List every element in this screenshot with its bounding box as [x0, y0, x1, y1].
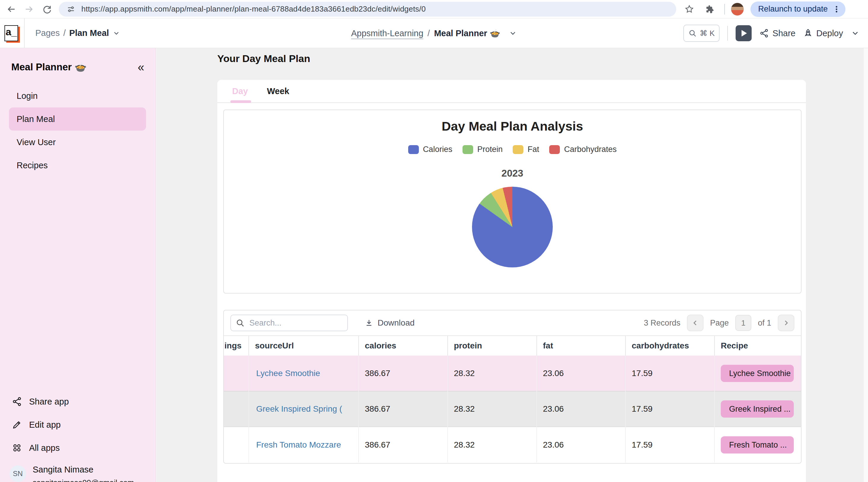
sourceurl-link[interactable]: Lychee Smoothie — [256, 368, 320, 378]
legend-label: Carbohydrates — [564, 145, 617, 154]
legend-item-carbohydrates[interactable]: Carbohydrates — [549, 145, 617, 154]
sidebar-item-view-user[interactable]: View User — [9, 131, 146, 154]
col-header-calories[interactable]: calories — [359, 336, 448, 356]
recipe-button[interactable]: Lychee Smoothie — [721, 365, 794, 382]
sourceurl-link[interactable]: Fresh Tomato Mozzare — [256, 440, 341, 449]
legend-swatch-protein — [463, 145, 473, 154]
divider — [727, 26, 728, 41]
sidebar-collapse-icon[interactable]: « — [138, 63, 144, 71]
page-number-input[interactable] — [735, 315, 751, 331]
recipe-button[interactable]: Fresh Tomato ... — [721, 436, 794, 453]
tab-day[interactable]: Day — [232, 86, 248, 96]
legend-item-calories[interactable]: Calories — [408, 145, 453, 154]
fat-cell: 23.06 — [537, 427, 625, 462]
preview-play-button[interactable] — [736, 25, 752, 41]
browser-forward-icon[interactable] — [20, 1, 38, 18]
page-title: Your Day Meal Plan — [217, 53, 310, 64]
next-page-button[interactable] — [778, 315, 795, 331]
pencil-icon — [12, 420, 22, 430]
tabstrip: Day Week — [217, 80, 806, 103]
relaunch-to-update-button[interactable]: Relaunch to update — [750, 1, 845, 17]
omnibar-search-button[interactable]: ⌘ K — [683, 25, 720, 42]
pages-breadcrumb[interactable]: Pages / Plan Meal — [35, 28, 120, 38]
share-button[interactable]: Share — [760, 29, 795, 38]
browser-profile-avatar[interactable] — [731, 3, 744, 16]
canvas-scrollbar[interactable] — [863, 48, 868, 482]
all-apps-button[interactable]: All apps — [9, 436, 146, 459]
address-bar[interactable]: https://app.appsmith.com/app/meal-planne… — [59, 2, 676, 17]
prev-page-button[interactable] — [687, 315, 704, 331]
chevron-left-icon — [691, 319, 700, 327]
browser-back-icon[interactable] — [2, 1, 20, 18]
download-button[interactable]: Download — [365, 318, 415, 328]
sidebar-footer: Share app Edit app All apps SN Sangita N… — [9, 390, 146, 482]
url-text[interactable]: https://app.appsmith.com/app/meal-planne… — [81, 4, 426, 14]
sidebar-app-title: Meal Planner 🍲 — [11, 61, 87, 73]
app-canvas: Your Day Meal Plan Day Week Day Meal Pla… — [156, 48, 868, 482]
user-avatar: SN — [9, 465, 26, 482]
page-label: Page — [710, 318, 729, 328]
table-search-input[interactable] — [230, 315, 348, 331]
col-header-sourceurl[interactable]: sourceUrl — [249, 336, 359, 356]
legend-swatch-fat — [513, 145, 523, 154]
col-header-carbohydrates[interactable]: carbohydrates — [625, 336, 715, 356]
data-table: ings sourceUrl calories protein fat carb… — [224, 336, 801, 462]
chart-title: Day Meal Plan Analysis — [224, 119, 801, 134]
carbohydrates-cell: 17.59 — [625, 427, 715, 462]
legend-swatch-calories — [408, 145, 419, 154]
col-header-recipe[interactable]: Recipe — [715, 336, 801, 356]
legend-label: Fat — [528, 145, 539, 154]
kebab-menu-icon[interactable] — [832, 5, 841, 13]
browser-chrome: https://app.appsmith.com/app/meal-planne… — [0, 0, 868, 19]
calories-cell: 386.67 — [359, 427, 448, 462]
col-header-servings[interactable]: ings — [224, 336, 249, 356]
protein-cell: 28.32 — [448, 356, 537, 391]
legend-label: Protein — [477, 145, 503, 154]
carbohydrates-cell: 17.59 — [625, 391, 715, 427]
edit-app-label: Edit app — [29, 420, 61, 430]
deploy-menu-chevron-icon[interactable] — [851, 29, 860, 38]
servings-cell — [224, 391, 249, 427]
chart-legend: Calories Protein Fat Carbohydrates — [224, 145, 801, 154]
table-row[interactable]: Lychee Smoothie 386.67 28.32 23.06 17.59… — [224, 356, 801, 391]
download-label: Download — [378, 318, 415, 328]
workspace-link[interactable]: Appsmith-Learning — [351, 29, 423, 38]
table-row[interactable]: Fresh Tomato Mozzare 386.67 28.32 23.06 … — [224, 427, 801, 462]
deploy-label: Deploy — [816, 29, 843, 38]
servings-cell — [224, 356, 249, 391]
page-total: of 1 — [758, 318, 771, 328]
chevron-down-icon[interactable] — [113, 29, 120, 37]
legend-item-fat[interactable]: Fat — [513, 145, 539, 154]
recipe-button[interactable]: Greek Inspired ... — [721, 400, 794, 418]
col-header-fat[interactable]: fat — [537, 336, 625, 356]
browser-reload-icon[interactable] — [38, 1, 56, 18]
legend-item-protein[interactable]: Protein — [463, 145, 503, 154]
sourceurl-link[interactable]: Greek Inspired Spring ( — [256, 404, 342, 413]
legend-swatch-carbohydrates — [549, 145, 560, 154]
table-toolbar: Download 3 Records Page of 1 — [224, 311, 801, 336]
table-widget: Download 3 Records Page of 1 — [223, 310, 802, 463]
share-label: Share — [772, 29, 795, 38]
share-nodes-icon — [760, 29, 769, 38]
extensions-icon[interactable] — [701, 1, 718, 18]
divider — [24, 19, 25, 48]
table-row[interactable]: Greek Inspired Spring ( 386.67 28.32 23.… — [224, 391, 801, 427]
col-header-protein[interactable]: protein — [448, 336, 537, 356]
share-app-button[interactable]: Share app — [9, 390, 146, 413]
meal-plan-widget: Day Week Day Meal Plan Analysis Calories… — [217, 80, 806, 482]
app-name[interactable]: Meal Planner 🍲 — [434, 28, 500, 38]
sidebar-user[interactable]: SN Sangita Nimase sangitanimase90@gmail.… — [9, 459, 146, 482]
deploy-button[interactable]: Deploy — [803, 29, 843, 38]
chevron-down-icon[interactable] — [508, 29, 517, 37]
bookmark-star-icon[interactable] — [680, 1, 698, 18]
sidebar-item-login[interactable]: Login — [9, 84, 146, 107]
tab-week[interactable]: Week — [267, 86, 289, 96]
user-name: Sangita Nimase — [33, 463, 134, 475]
records-count: 3 Records — [644, 318, 680, 328]
edit-app-button[interactable]: Edit app — [9, 413, 146, 436]
appsmith-logo[interactable]: a_ — [4, 25, 18, 41]
sidebar-item-plan-meal[interactable]: Plan Meal — [9, 107, 146, 131]
share-nodes-icon — [12, 396, 22, 407]
sidebar-item-recipes[interactable]: Recipes — [9, 154, 146, 177]
site-settings-icon[interactable] — [66, 5, 75, 14]
